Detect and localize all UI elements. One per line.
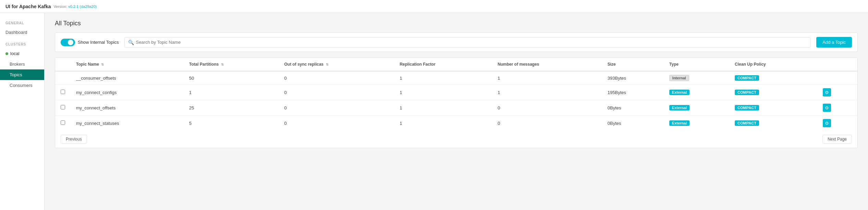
row-checkbox-cell: [55, 116, 71, 131]
row-out-of-sync: 0: [279, 71, 394, 85]
row-actions-cell: ⚙: [817, 85, 857, 100]
row-total-partitions: 25: [184, 100, 279, 116]
cleanup-badge: COMPACT: [735, 120, 759, 126]
topics-table-container: Topic Name ⇅ Total Partitions ⇅ Out of s…: [55, 57, 858, 148]
row-topic-name: my_connect_statuses: [71, 116, 184, 131]
search-box: 🔍: [124, 37, 811, 48]
col-actions: [817, 58, 857, 71]
gear-button[interactable]: ⚙: [823, 88, 831, 96]
row-cleanup-policy: COMPACT: [729, 100, 817, 116]
cluster-status-dot: [5, 52, 8, 55]
table-body: __consumer_offsets50011393BytesInternalC…: [55, 71, 857, 131]
table-row: my_connect_offsets250100BytesExternalCOM…: [55, 100, 857, 116]
pagination: Previous Next Page: [55, 131, 857, 148]
type-badge: Internal: [669, 75, 689, 81]
row-type: External: [664, 85, 729, 100]
row-checkbox[interactable]: [61, 120, 65, 125]
row-total-partitions: 5: [184, 116, 279, 131]
sort-icon-name: ⇅: [101, 63, 104, 66]
sidebar: GENERAL Dashboard CLUSTERS local Brokers…: [0, 13, 45, 210]
sidebar-item-topics[interactable]: Topics: [0, 69, 44, 80]
general-section-label: GENERAL: [0, 16, 44, 27]
row-checkbox-cell: [55, 71, 71, 85]
row-actions-cell: [817, 71, 857, 85]
row-total-partitions: 50: [184, 71, 279, 85]
row-cleanup-policy: COMPACT: [729, 85, 817, 100]
row-num-messages: 1: [492, 85, 602, 100]
table-row: __consumer_offsets50011393BytesInternalC…: [55, 71, 857, 85]
app-version: Version: v0.2.1 (da29a20): [54, 4, 97, 9]
row-checkbox[interactable]: [61, 90, 65, 94]
col-type: Type: [664, 58, 729, 71]
row-actions-cell: ⚙: [817, 116, 857, 131]
type-badge: External: [669, 120, 690, 126]
row-size: 0Bytes: [602, 116, 664, 131]
table-row: my_connect_statuses50100BytesExternalCOM…: [55, 116, 857, 131]
sort-icon-sync: ⇅: [326, 63, 328, 66]
top-bar: UI for Apache Kafka Version: v0.2.1 (da2…: [0, 0, 868, 13]
toggle-label: Show Internal Topics: [78, 40, 119, 45]
sort-icon-partitions: ⇅: [221, 63, 224, 66]
row-checkbox-cell: [55, 100, 71, 116]
gear-button[interactable]: ⚙: [823, 119, 831, 127]
cleanup-badge: COMPACT: [735, 90, 759, 95]
row-type: External: [664, 116, 729, 131]
cleanup-badge: COMPACT: [735, 105, 759, 110]
row-out-of-sync: 0: [279, 100, 394, 116]
row-num-messages: 1: [492, 71, 602, 85]
content-row: GENERAL Dashboard CLUSTERS local Brokers…: [0, 13, 868, 210]
checkbox-header: [55, 58, 71, 71]
col-size: Size: [602, 58, 664, 71]
row-cleanup-policy: COMPACT: [729, 116, 817, 131]
row-replication-factor: 1: [394, 100, 492, 116]
col-topic-name: Topic Name ⇅: [71, 58, 184, 71]
row-replication-factor: 1: [394, 71, 492, 85]
main-content: All Topics Show Internal Topics 🔍 Add a …: [45, 13, 868, 210]
internal-topics-toggle[interactable]: [61, 39, 75, 46]
previous-button[interactable]: Previous: [61, 135, 87, 144]
cluster-indicator: local: [0, 48, 44, 59]
row-topic-name: my_connect_configs: [71, 85, 184, 100]
header-row: Topic Name ⇅ Total Partitions ⇅ Out of s…: [55, 58, 857, 71]
table-row: my_connect_configs1011195BytesExternalCO…: [55, 85, 857, 100]
type-badge: External: [669, 90, 690, 95]
add-topic-button[interactable]: Add a Topic: [816, 37, 852, 48]
gear-button[interactable]: ⚙: [823, 104, 831, 112]
row-total-partitions: 1: [184, 85, 279, 100]
row-topic-name: my_connect_offsets: [71, 100, 184, 116]
app-layout: UI for Apache Kafka Version: v0.2.1 (da2…: [0, 0, 868, 210]
table-header: Topic Name ⇅ Total Partitions ⇅ Out of s…: [55, 58, 857, 71]
row-size: 195Bytes: [602, 85, 664, 100]
col-num-messages: Number of messages: [492, 58, 602, 71]
sidebar-item-consumers[interactable]: Consumers: [0, 80, 44, 91]
type-badge: External: [669, 105, 690, 110]
row-num-messages: 0: [492, 100, 602, 116]
sidebar-item-brokers[interactable]: Brokers: [0, 59, 44, 69]
toggle-slider: [61, 39, 75, 46]
next-page-button[interactable]: Next Page: [822, 135, 852, 144]
row-cleanup-policy: COMPACT: [729, 71, 817, 85]
page-title: All Topics: [55, 20, 858, 27]
row-size: 393Bytes: [602, 71, 664, 85]
sidebar-item-dashboard[interactable]: Dashboard: [0, 27, 44, 38]
search-input[interactable]: [136, 40, 807, 45]
row-checkbox-cell: [55, 85, 71, 100]
version-link[interactable]: v0.2.1 (da29a20): [68, 4, 97, 9]
row-actions-cell: ⚙: [817, 100, 857, 116]
toolbar: Show Internal Topics 🔍 Add a Topic: [55, 32, 858, 52]
row-type: External: [664, 100, 729, 116]
col-out-of-sync: Out of sync replicas ⇅: [279, 58, 394, 71]
cluster-name: local: [10, 51, 20, 56]
row-replication-factor: 1: [394, 85, 492, 100]
toggle-container: Show Internal Topics: [61, 39, 119, 46]
cleanup-badge: COMPACT: [735, 75, 759, 81]
row-replication-factor: 1: [394, 116, 492, 131]
row-num-messages: 0: [492, 116, 602, 131]
row-checkbox[interactable]: [61, 105, 65, 109]
row-out-of-sync: 0: [279, 116, 394, 131]
row-size: 0Bytes: [602, 100, 664, 116]
col-cleanup-policy: Clean Up Policy: [729, 58, 817, 71]
row-out-of-sync: 0: [279, 85, 394, 100]
search-icon: 🔍: [128, 40, 134, 45]
app-title: UI for Apache Kafka: [5, 4, 51, 9]
